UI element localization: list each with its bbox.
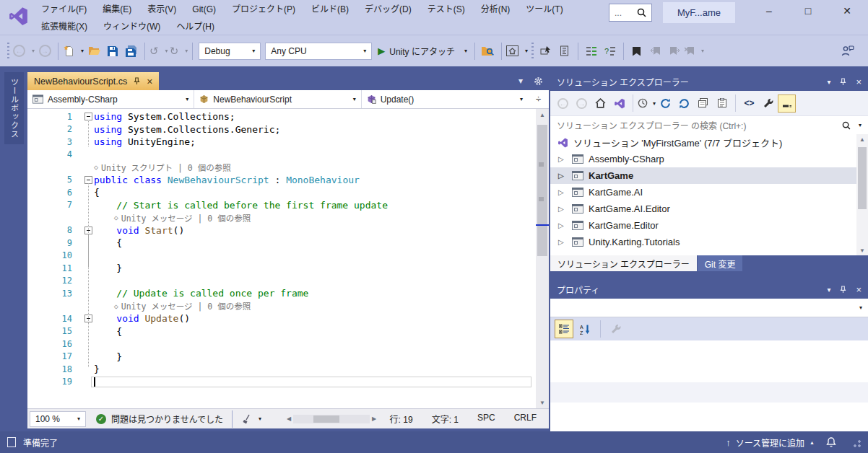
menu-item-2[interactable]: ヘルプ(H) — [168, 18, 222, 34]
solution-configuration-combo[interactable]: Debug▾ — [199, 43, 261, 60]
close-tab-icon[interactable]: × — [147, 76, 152, 87]
clear-bookmarks-button[interactable]: ▾ — [685, 42, 704, 61]
tree-row-project[interactable]: ▷KartGame.Editor — [550, 217, 868, 234]
search-options-dropdown-icon[interactable]: ▾ — [859, 122, 862, 128]
split-editor-button[interactable]: ÷ — [528, 90, 549, 108]
code-line-18[interactable]: 18} — [27, 363, 536, 376]
document-tab[interactable]: NewBehaviourScript.cs × — [27, 72, 159, 90]
se-back-button[interactable]: ← — [554, 94, 572, 113]
menu-item-0[interactable]: ファイル(F) — [33, 1, 95, 19]
expand-arrow-icon[interactable]: ▷ — [558, 221, 564, 229]
menu-item-1[interactable]: 編集(E) — [95, 1, 139, 19]
tab-list-dropdown-icon[interactable]: ▾ — [518, 76, 523, 86]
hscrollbar-thumb[interactable] — [313, 415, 339, 423]
pending-changes-filter-button[interactable]: ▾ — [638, 94, 656, 113]
editor-horizontal-scrollbar[interactable]: ◀ ▶ — [287, 414, 376, 423]
se-forward-button[interactable]: → — [573, 94, 591, 113]
toggle-bookmark-button[interactable] — [628, 42, 646, 61]
scrollbar-thumb[interactable] — [537, 125, 547, 256]
tree-row-project[interactable]: ▷KartGame.AI — [550, 184, 868, 201]
collapse-refresh-button[interactable] — [675, 94, 693, 113]
alphabetical-sort-button[interactable]: AZ — [576, 320, 594, 338]
toolbar-grip[interactable] — [7, 43, 9, 60]
toolbox-vertical-tab[interactable]: ツールボックス — [4, 72, 24, 144]
send-feedback-button[interactable] — [839, 42, 856, 61]
panel-tab-solution-explorer[interactable]: ソリューション エクスプローラー — [550, 255, 697, 271]
new-file-button[interactable]: ▾ — [63, 42, 84, 61]
pin-icon[interactable] — [840, 78, 846, 86]
expand-arrow-icon[interactable]: ▷ — [558, 155, 564, 163]
code-line-9[interactable]: 9 { — [27, 237, 536, 250]
zoom-level-combo[interactable]: 100 %▾ — [30, 411, 86, 427]
code-line-10[interactable]: 10 — [27, 250, 536, 263]
close-icon[interactable]: × — [856, 76, 862, 87]
pin-icon[interactable] — [840, 286, 846, 294]
code-line-codelens[interactable]: ◇Unity メッセージ | 0 個の参照 — [27, 300, 536, 313]
scroll-up-arrow[interactable]: ▲ — [856, 134, 868, 144]
previous-bookmark-button[interactable] — [647, 42, 664, 61]
close-icon[interactable]: × — [856, 284, 862, 295]
menu-item-7[interactable]: テスト(S) — [420, 1, 473, 19]
navigate-to-button[interactable] — [537, 42, 555, 61]
add-to-source-control-button[interactable]: ↑ ソース管理に追加 ▲ — [726, 436, 815, 449]
code-line-codelens[interactable]: ◇Unity メッセージ | 0 個の参照 — [27, 211, 536, 224]
expand-arrow-icon[interactable]: ▷ — [558, 188, 564, 196]
panel-dropdown-icon[interactable]: ▾ — [827, 78, 830, 86]
tree-row-solution[interactable]: ソリューション 'MyFirstGame' (7/7 プロジェクト) — [550, 134, 868, 151]
expand-arrow-icon[interactable]: ▷ — [558, 205, 564, 213]
document-health-indicator[interactable]: ✓ 問題は見つかりませんでした — [96, 413, 223, 425]
tree-row-project[interactable]: ▷Assembly-CSharp — [550, 151, 868, 167]
code-cleanup-button[interactable]: ▾ — [242, 410, 261, 428]
code-line-codelens[interactable]: ◇Unity スクリプト | 0 個の参照 — [27, 161, 536, 174]
scrollbar-thumb[interactable] — [858, 147, 867, 209]
scroll-down-arrow[interactable]: ▼ — [536, 397, 549, 408]
menu-item-8[interactable]: 分析(N) — [473, 1, 518, 19]
maximize-button[interactable]: □ — [789, 0, 828, 22]
pin-icon[interactable] — [134, 77, 140, 85]
attach-to-unity-button[interactable]: ▶ Unity にアタッチ ▾ — [375, 42, 470, 61]
code-line-14[interactable]: 14 void Update() — [27, 312, 536, 325]
tree-row-project[interactable]: ▷KartGame.AI.Editor — [550, 201, 868, 217]
expand-arrow-icon[interactable]: ▷ — [558, 172, 564, 180]
properties-header[interactable]: プロパティ ▾ × — [550, 280, 868, 299]
code-line-11[interactable]: 11 } — [27, 262, 536, 275]
view-code-button[interactable]: <> — [740, 94, 758, 113]
code-editor[interactable]: 1using System.Collections;2using System.… — [27, 109, 549, 408]
categorized-view-button[interactable] — [555, 320, 573, 338]
combo-dropdown-icon[interactable]: ▾ — [859, 304, 862, 311]
properties-page-button[interactable] — [713, 94, 731, 113]
se-home-button[interactable] — [591, 94, 609, 113]
solution-explorer-header[interactable]: ソリューション エクスプローラー ▾ × — [550, 72, 868, 91]
find-in-files-button[interactable] — [479, 42, 497, 61]
menu-item-4[interactable]: プロジェクト(P) — [224, 1, 303, 19]
undo-button[interactable]: ↺▾ — [149, 42, 168, 61]
type-dropdown[interactable]: NewBehaviourScript▾ — [194, 90, 361, 108]
tree-scrollbar[interactable]: ▲ ▼ — [856, 134, 868, 255]
expand-arrow-icon[interactable]: ▷ — [558, 238, 564, 246]
code-line-3[interactable]: 3using UnityEngine; — [27, 136, 536, 149]
code-line-6[interactable]: 6{ — [27, 186, 536, 199]
menu-item-0[interactable]: 拡張機能(X) — [33, 18, 95, 34]
code-line-5[interactable]: 5public class NewBehaviourScript : MonoB… — [27, 174, 536, 187]
document-outline-button[interactable] — [556, 42, 573, 61]
window-resize-grip[interactable] — [851, 437, 861, 447]
properties-object-combo[interactable]: ▾ — [550, 299, 868, 317]
scroll-down-arrow[interactable]: ▼ — [856, 245, 868, 255]
navigate-back-button[interactable]: ←▾ — [13, 42, 35, 61]
code-line-1[interactable]: 1using System.Collections; — [27, 110, 536, 123]
sync-with-active-document-button[interactable] — [610, 94, 628, 113]
code-line-2[interactable]: 2using System.Collections.Generic; — [27, 123, 536, 136]
notifications-bell-button[interactable] — [826, 437, 836, 447]
save-all-button[interactable] — [123, 42, 140, 61]
editor-options-gear-icon[interactable] — [534, 76, 543, 86]
show-all-files-button[interactable] — [694, 94, 712, 113]
menu-item-2[interactable]: 表示(V) — [139, 1, 184, 19]
code-line-4[interactable]: 4 — [27, 149, 536, 162]
menu-item-6[interactable]: デバッグ(D) — [357, 1, 420, 19]
comment-lines-button[interactable]: ? — [602, 42, 619, 61]
line-indicator[interactable]: 行: 19 — [390, 413, 413, 425]
code-line-7[interactable]: 7 // Start is called before the first fr… — [27, 199, 536, 212]
quick-search-box[interactable]: ... — [609, 4, 652, 22]
indent-button[interactable] — [583, 42, 600, 61]
solution-explorer-search-input[interactable]: ソリューション エクスプローラー の検索 (Ctrl+:) ▾ — [550, 115, 868, 134]
